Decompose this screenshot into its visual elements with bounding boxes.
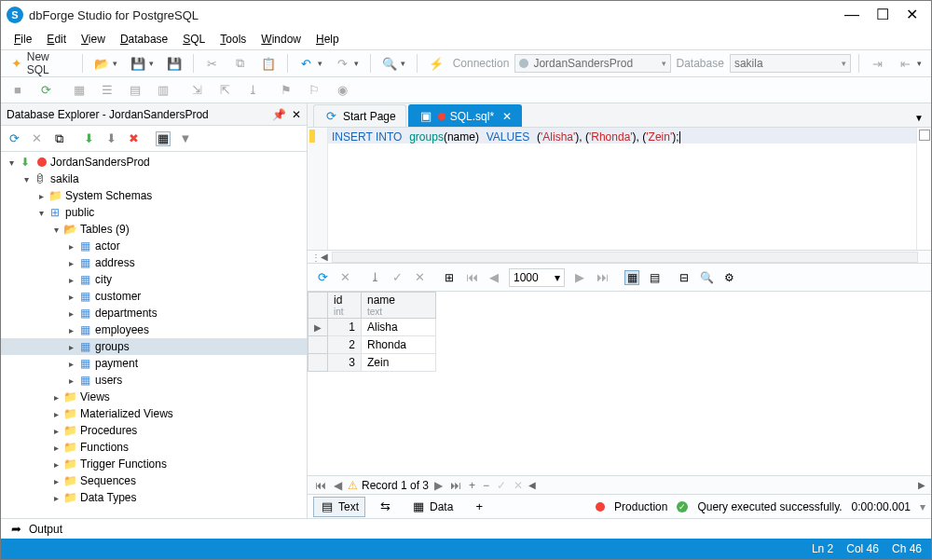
tree-public-schema[interactable]: ▾⊞ public (1, 204, 307, 221)
maximize-button[interactable]: ☐ (876, 8, 889, 21)
save-button[interactable]: 💾▾ (127, 54, 158, 73)
tb-btn-10[interactable]: ◉ (331, 81, 353, 100)
disconnect-tree-icon[interactable]: ⬇ (103, 131, 118, 146)
editor-splitter[interactable]: ⋮ ◀ (308, 251, 931, 264)
grid-row[interactable]: ▶1Alisha (308, 319, 436, 336)
tb-btn-5[interactable]: ⇲ (185, 81, 208, 100)
minimize-button[interactable]: — (844, 8, 859, 21)
view-data-button[interactable]: ▦ Data (404, 497, 459, 517)
indent-button[interactable]: ⇥ (867, 54, 889, 73)
tab-close-icon[interactable]: ✕ (502, 110, 512, 123)
menu-file[interactable]: File (8, 31, 37, 48)
undo-button[interactable]: ↶▾ (295, 54, 326, 73)
sql-code-line[interactable]: INSERT INTO groups(name) VALUES ('Alisha… (328, 128, 916, 143)
tree-connection[interactable]: ▾⬇ JordanSandersProd (1, 154, 307, 171)
refresh-results-icon[interactable]: ⟳ (315, 270, 330, 285)
menu-sql[interactable]: SQL (177, 31, 211, 48)
tree-folder-materialized-views[interactable]: ▸📁Materialized Views (1, 405, 307, 422)
grid-mode-icon[interactable]: ⊞ (442, 270, 457, 285)
tree-database[interactable]: ▾🛢 sakila (1, 171, 307, 187)
nav-last-rec-icon[interactable]: ⏭ (448, 479, 463, 492)
cell-name[interactable]: Alisha (362, 319, 436, 336)
view-text-button[interactable]: ▤ Text (313, 497, 365, 517)
export-icon[interactable]: ⤓ (367, 270, 382, 285)
outdent-button[interactable]: ⇤▾ (895, 54, 925, 73)
refresh-button[interactable]: ⟳ (34, 81, 57, 100)
tree-table-payment[interactable]: ▸▦payment (1, 355, 307, 372)
nav-commit-rec-icon[interactable]: ✓ (495, 479, 508, 492)
nav-add-rec-icon[interactable]: + (467, 479, 477, 492)
cell-id[interactable]: 2 (328, 336, 362, 354)
grid-row[interactable]: 2Rhonda (308, 336, 436, 354)
refresh-tree-icon[interactable]: ⟳ (7, 131, 21, 146)
tree-folder-sequences[interactable]: ▸📁Sequences (1, 472, 307, 489)
open-button[interactable]: 📂▾ (90, 54, 121, 73)
tree-tables-folder[interactable]: ▾📂 Tables (9) (1, 221, 307, 238)
sql-editor[interactable]: INSERT INTO groups(name) VALUES ('Alisha… (308, 128, 931, 251)
view-search-icon[interactable]: 🔍 (699, 270, 714, 285)
tree-table-city[interactable]: ▸▦city (1, 271, 307, 288)
nav-prev-rec-icon[interactable]: ◀ (332, 479, 344, 492)
tb-btn-6[interactable]: ⇱ (213, 81, 236, 100)
tree-folder-views[interactable]: ▸📁Views (1, 389, 307, 405)
nav-next-icon[interactable]: ▶ (572, 270, 587, 285)
view-add-button[interactable]: + (465, 497, 493, 517)
tab-start-page[interactable]: ⟳ Start Page (313, 104, 406, 127)
nav-last-icon[interactable]: ⏭ (595, 270, 610, 285)
rollback-icon[interactable]: ✕ (412, 270, 427, 285)
cell-name[interactable]: Rhonda (362, 336, 436, 354)
new-sql-button[interactable]: ✦ New SQL (7, 48, 75, 78)
menu-help[interactable]: Help (310, 31, 345, 48)
connect-button[interactable]: ⚡ (425, 54, 447, 73)
cancel-results-icon[interactable]: ✕ (337, 270, 352, 285)
nav-first-icon[interactable]: ⏮ (464, 270, 479, 285)
database-combo[interactable]: sakila ▾ (730, 54, 851, 73)
view-pivot-icon[interactable]: ⊟ (677, 270, 692, 285)
view-settings-icon[interactable]: ⚙ (721, 270, 736, 285)
tree-table-employees[interactable]: ▸▦employees (1, 321, 307, 338)
nav-prev-icon[interactable]: ◀ (487, 270, 501, 285)
output-panel-header[interactable]: ➦ Output (1, 518, 931, 539)
tb-btn-9[interactable]: ⚐ (303, 81, 325, 100)
tree-folder-data-types[interactable]: ▸📁Data Types (1, 489, 307, 506)
cell-name[interactable]: Zein (362, 354, 436, 372)
grid-row[interactable]: 3Zein (308, 354, 436, 372)
delete-icon[interactable]: ✕ (29, 131, 44, 146)
tree-folder-trigger-functions[interactable]: ▸📁Trigger Functions (1, 456, 307, 472)
tabs-dropdown[interactable]: ▼ (907, 109, 931, 127)
nav-next-rec-icon[interactable]: ▶ (432, 479, 445, 492)
col-header-id[interactable]: idint (328, 293, 362, 319)
tab-sql[interactable]: ▣ SQL.sql* ✕ (408, 104, 522, 127)
copy-tree-icon[interactable]: ⧉ (51, 131, 66, 146)
menu-edit[interactable]: Edit (41, 31, 72, 48)
copy-button[interactable]: ⧉ (229, 54, 252, 73)
tree-folder-functions[interactable]: ▸📁Functions (1, 439, 307, 456)
save-all-button[interactable]: 💾 (163, 54, 185, 73)
commit-icon[interactable]: ✓ (390, 270, 404, 285)
close-panel-icon[interactable]: ✕ (292, 108, 301, 121)
tree-table-actor[interactable]: ▸▦actor (1, 238, 307, 254)
find-button[interactable]: 🔍▾ (378, 54, 409, 73)
pin-icon[interactable]: 📌 (272, 108, 286, 121)
results-grid[interactable]: idint nametext ▶1Alisha2Rhonda3Zein (308, 292, 931, 475)
cut-button[interactable]: ✂ (201, 54, 224, 73)
cell-id[interactable]: 1 (328, 319, 362, 336)
menu-view[interactable]: View (75, 31, 111, 48)
tb-btn-3[interactable]: ▤ (124, 81, 146, 100)
paste-button[interactable]: 📋 (257, 54, 280, 73)
tb-btn-4[interactable]: ▥ (152, 81, 174, 100)
tb-btn-7[interactable]: ⤓ (241, 81, 264, 100)
tree-system-schemas[interactable]: ▸📁 System Schemas (1, 187, 307, 204)
close-button[interactable]: ✕ (906, 8, 918, 21)
nav-revert-rec-icon[interactable]: ✕ (512, 479, 525, 492)
cell-id[interactable]: 3 (328, 354, 362, 372)
stop-button[interactable]: ■ (7, 81, 29, 100)
tree-table-groups[interactable]: ▸▦groups (1, 338, 307, 355)
tree-table-departments[interactable]: ▸▦departments (1, 305, 307, 321)
tree-folder-procedures[interactable]: ▸📁Procedures (1, 422, 307, 439)
tree-table-users[interactable]: ▸▦users (1, 372, 307, 389)
hscroll-right-icon[interactable]: ▶ (918, 480, 925, 490)
view-card-icon[interactable]: ▤ (647, 270, 662, 285)
remove-conn-icon[interactable]: ✖ (126, 131, 141, 146)
tb-btn-1[interactable]: ▦ (68, 81, 90, 100)
